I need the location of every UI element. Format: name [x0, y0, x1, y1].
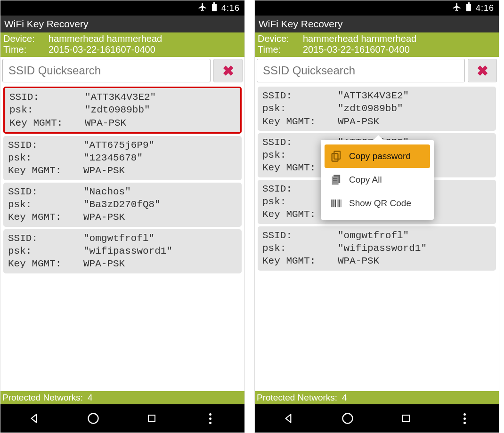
app-title: WiFi Key Recovery [0, 16, 244, 32]
menu-show-qr[interactable]: Show QR Code [325, 192, 430, 215]
psk-value: "wifipassword1" [338, 242, 491, 255]
ssid-label: SSID: [8, 185, 83, 198]
recent-apps-button[interactable] [397, 409, 415, 428]
svg-rect-4 [466, 4, 471, 11]
svg-rect-3 [148, 415, 155, 422]
svg-rect-17 [339, 200, 340, 207]
keymgmt-label: Key MGMT: [8, 164, 83, 177]
svg-rect-1 [213, 2, 215, 4]
status-bar: 4:16 [255, 0, 499, 16]
close-icon: ✖ [222, 63, 234, 79]
search-row: ✖ [255, 57, 499, 84]
keymgmt-value: WPA-PSK [338, 115, 491, 128]
home-button[interactable] [84, 409, 103, 428]
nav-more-button[interactable] [455, 409, 474, 428]
network-list: SSID:"ATT3K4V3E2" psk:"zdt0989bb" Key MG… [0, 84, 244, 391]
time-value: 2015-03-22-161607-0400 [303, 44, 498, 55]
device-info-bar: Device: hammerhead hammerhead Time: 2015… [0, 32, 244, 57]
search-input[interactable] [2, 59, 211, 82]
footer-bar: Protected Networks: 4 [0, 391, 244, 404]
svg-point-2 [88, 414, 98, 424]
home-button[interactable] [338, 409, 357, 428]
device-label: Device: [256, 33, 303, 44]
psk-label: psk: [9, 104, 85, 116]
psk-value: "zdt0989bb" [85, 104, 236, 116]
menu-label: Copy password [349, 151, 411, 161]
back-button[interactable] [25, 409, 44, 428]
navigation-bar [255, 404, 499, 433]
svg-rect-6 [334, 152, 340, 159]
psk-value: "zdt0989bb" [338, 102, 491, 115]
ssid-value: "omgwtfrofl" [83, 232, 237, 245]
keymgmt-value: WPA-PSK [83, 211, 237, 224]
status-time: 4:16 [221, 3, 240, 13]
copy-all-icon [329, 173, 343, 187]
psk-value: "12345678" [83, 152, 237, 164]
time-label: Time: [1, 44, 49, 55]
clear-search-button[interactable]: ✖ [468, 59, 497, 82]
psk-label: psk: [8, 152, 83, 164]
keymgmt-label: Key MGMT: [8, 257, 83, 270]
svg-rect-5 [468, 2, 470, 4]
psk-value: "wifipassword1" [83, 245, 237, 257]
ssid-label: SSID: [8, 139, 83, 152]
menu-label: Copy All [349, 175, 382, 185]
close-icon: ✖ [477, 63, 488, 79]
network-card[interactable]: SSID:"ATT3K4V3E2" psk:"zdt0989bb" Key MG… [3, 87, 242, 134]
search-row: ✖ [0, 57, 244, 84]
psk-value: "Ba3zD270fQ8" [83, 198, 237, 211]
network-card[interactable]: SSID:"Nachos" psk:"Ba3zD270fQ8" Key MGMT… [3, 183, 242, 227]
svg-point-19 [342, 414, 352, 424]
barcode-icon [329, 196, 343, 210]
ssid-label: SSID: [8, 232, 83, 245]
keymgmt-label: Key MGMT: [9, 117, 85, 129]
clear-search-button[interactable]: ✖ [213, 59, 243, 82]
battery-icon [465, 2, 472, 14]
keymgmt-value: WPA-PSK [338, 255, 491, 267]
psk-label: psk: [8, 245, 83, 257]
svg-rect-18 [341, 200, 341, 207]
network-card[interactable]: SSID:"ATT3K4V3E2" psk:"zdt0989bb" Key MG… [258, 87, 496, 131]
ssid-value: "ATT3K4V3E2" [338, 89, 491, 102]
app-title: WiFi Key Recovery [255, 16, 499, 32]
keymgmt-value: WPA-PSK [83, 257, 237, 270]
keymgmt-label: Key MGMT: [262, 115, 338, 128]
network-card[interactable]: SSID:"omgwtfrofl" psk:"wifipassword1" Ke… [3, 229, 242, 273]
svg-rect-7 [332, 153, 338, 161]
footer-label: Protected Networks: [257, 393, 337, 403]
psk-label: psk: [8, 198, 83, 211]
device-info-bar: Device: hammerhead hammerhead Time: 2015… [255, 32, 499, 57]
status-time: 4:16 [476, 3, 494, 13]
time-value: 2015-03-22-161607-0400 [49, 44, 244, 55]
device-value: hammerhead hammerhead [49, 33, 244, 44]
ssid-value: "omgwtfrofl" [338, 229, 491, 242]
ssid-label: SSID: [262, 229, 338, 242]
context-menu: Copy password Copy All Show QR Code [321, 140, 434, 220]
svg-rect-14 [333, 200, 333, 207]
menu-copy-password[interactable]: Copy password [325, 144, 430, 168]
recent-apps-button[interactable] [142, 409, 161, 428]
ssid-label: SSID: [9, 91, 85, 104]
menu-label: Show QR Code [349, 198, 411, 208]
keymgmt-value: WPA-PSK [85, 117, 236, 129]
svg-rect-20 [403, 415, 409, 422]
svg-rect-13 [332, 200, 333, 207]
search-input[interactable] [257, 59, 465, 82]
back-button[interactable] [279, 409, 298, 428]
menu-copy-all[interactable]: Copy All [325, 168, 430, 192]
battery-icon [211, 2, 218, 14]
phone-screenshot-left: 4:16 WiFi Key Recovery Device: hammerhea… [0, 0, 245, 433]
network-card[interactable]: SSID:"ATT675j6P9" psk:"12345678" Key MGM… [3, 136, 242, 180]
ssid-value: "Nachos" [83, 185, 237, 198]
phone-screenshot-right: 4:16 WiFi Key Recovery Device: hammerhea… [254, 0, 499, 433]
ssid-value: "ATT675j6P9" [83, 139, 237, 152]
navigation-bar [0, 404, 244, 433]
device-value: hammerhead hammerhead [303, 33, 498, 44]
airplane-mode-icon [452, 2, 462, 14]
status-bar: 4:16 [0, 0, 244, 16]
ssid-value: "ATT3K4V3E2" [85, 91, 236, 104]
keymgmt-label: Key MGMT: [8, 211, 83, 224]
nav-more-button[interactable] [201, 409, 220, 428]
footer-label: Protected Networks: [2, 393, 83, 403]
network-card[interactable]: SSID:"omgwtfrofl" psk:"wifipassword1" Ke… [258, 226, 496, 271]
